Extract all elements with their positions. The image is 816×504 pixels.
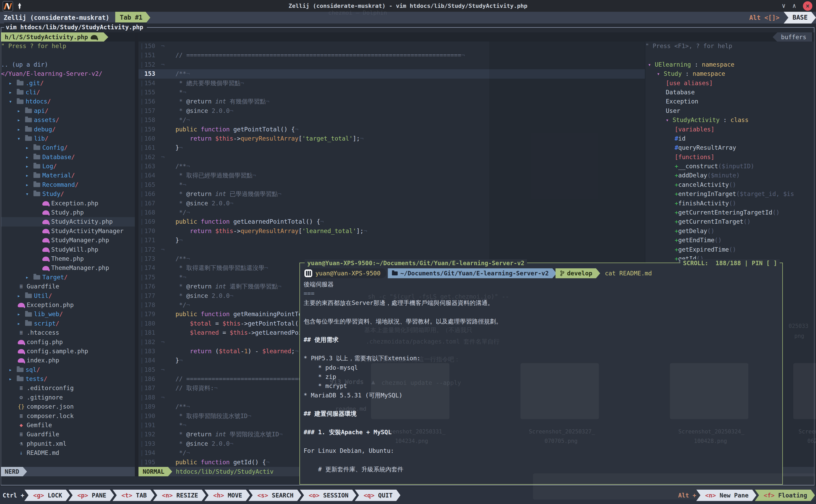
- tree-item[interactable]: ≣composer.lock: [1, 412, 135, 421]
- tag-item[interactable]: +getExpiredTime(): [645, 245, 814, 254]
- code-line[interactable]: |155 *¬: [138, 88, 645, 97]
- chevron-right-icon[interactable]: ▸: [26, 153, 33, 162]
- tree-item[interactable]: ◆Gemfile: [1, 421, 135, 430]
- code-line[interactable]: |164 * 取得已經學過幾個學習點¬: [138, 171, 645, 180]
- tag-item[interactable]: #queryResultArray: [645, 143, 814, 152]
- tag-item[interactable]: ▾UElearning : namespace: [645, 60, 814, 69]
- tag-item[interactable]: +getDelay(): [645, 227, 814, 236]
- key-hint-lock[interactable]: <g> LOCK: [24, 490, 70, 501]
- chevron-down-icon[interactable]: ▾: [666, 115, 673, 125]
- close-button[interactable]: ×: [803, 1, 812, 11]
- tag-item[interactable]: User: [645, 106, 814, 115]
- tag-item[interactable]: [variables]: [645, 125, 814, 134]
- tree-item[interactable]: config.sample.php: [1, 347, 135, 356]
- code-line[interactable]: |165 *¬: [138, 180, 645, 189]
- code-line[interactable]: |170 return $this->queryResultArray['lea…: [138, 227, 645, 236]
- tree-item[interactable]: ▾htdocs/: [1, 97, 135, 106]
- tree-item[interactable]: ▸tests/: [1, 374, 135, 384]
- code-line[interactable]: |153 /**¬: [138, 69, 645, 78]
- tree-item[interactable]: ▸Recommand/: [1, 180, 135, 189]
- code-line[interactable]: |167 * @since 2.0.0¬: [138, 199, 645, 208]
- chevron-right-icon[interactable]: ▸: [17, 310, 25, 319]
- tree-item[interactable]: ▸sql/: [1, 365, 135, 374]
- code-line[interactable]: |162¬: [138, 153, 645, 162]
- tree-item[interactable]: ▸lib_web/: [1, 310, 135, 319]
- tree-item[interactable]: ▸debug/: [1, 125, 135, 134]
- tag-item[interactable]: [functions]: [645, 153, 814, 162]
- tree-item[interactable]: ▸Database/: [1, 153, 135, 162]
- tree-item[interactable]: ⚗phpunit.xml: [1, 439, 135, 448]
- tree-item[interactable]: ▸Config/: [1, 143, 135, 152]
- code-line[interactable]: |158 */¬: [138, 115, 645, 125]
- tag-item[interactable]: +addDelay($minute): [645, 171, 814, 180]
- tag-item[interactable]: ▾StudyActivity : class: [645, 115, 814, 125]
- chevron-right-icon[interactable]: ▸: [9, 88, 17, 97]
- tree-item[interactable]: ▸Log/: [1, 162, 135, 171]
- code-line[interactable]: |150¬: [138, 42, 645, 51]
- tree-item[interactable]: ▸Material/: [1, 171, 135, 180]
- tree-item[interactable]: ▾Study/: [1, 189, 135, 199]
- tree-item[interactable]: Exception.php: [1, 199, 135, 208]
- chevron-right-icon[interactable]: ▸: [26, 162, 33, 171]
- tree-item[interactable]: ▸Util/: [1, 291, 135, 300]
- floating-terminal-pane[interactable]: yuan@Yuan-XPS-9500:~/Documents/Git/Yuan/…: [299, 263, 783, 485]
- tree-item[interactable]: StudyActivityManager: [1, 227, 135, 236]
- code-line[interactable]: |152¬: [138, 60, 645, 69]
- chevron-right-icon[interactable]: ▸: [9, 374, 17, 384]
- tag-item[interactable]: +cancelActivity(): [645, 180, 814, 189]
- tree-item[interactable]: index.php: [1, 356, 135, 365]
- tag-item[interactable]: Exception: [645, 97, 814, 106]
- code-line[interactable]: |154 * 總共要學幾個學習點¬: [138, 79, 645, 88]
- key-hint-move[interactable]: <h> MOVE: [204, 490, 250, 501]
- tag-item[interactable]: Database: [645, 88, 814, 97]
- tree-item[interactable]: config.php: [1, 338, 135, 347]
- chevron-right-icon[interactable]: ▸: [26, 171, 33, 180]
- tree-item[interactable]: ▸cli/: [1, 88, 135, 97]
- chevron-down-icon[interactable]: ▾: [648, 60, 655, 69]
- tree-item[interactable]: ▸api/: [1, 106, 135, 115]
- chevron-down-icon[interactable]: ▾: [657, 69, 664, 78]
- tree-item[interactable]: ▾lib/: [1, 134, 135, 143]
- tree-item[interactable]: ⚙.gitignore: [1, 393, 135, 402]
- code-line[interactable]: |159 public function getPointTotal() {¬: [138, 125, 645, 134]
- key-hint-resize[interactable]: <n> RESIZE: [153, 490, 206, 501]
- code-line[interactable]: |171 }¬: [138, 236, 645, 245]
- tree-root-path[interactable]: </Yuan/E-learning-Server-v2/: [1, 69, 135, 78]
- key-hint-search[interactable]: <s> SEARCH: [248, 490, 301, 501]
- code-line[interactable]: |169 public function getLearnedPointTota…: [138, 217, 645, 226]
- chevron-right-icon[interactable]: ▸: [26, 273, 33, 282]
- tree-item[interactable]: ▸assets/: [1, 115, 135, 125]
- chevron-right-icon[interactable]: ▸: [9, 365, 17, 374]
- tag-item[interactable]: +getCurrentInTarget(): [645, 217, 814, 226]
- tree-item[interactable]: ▸Target/: [1, 273, 135, 282]
- key-hint-quit[interactable]: <q> QUIT: [355, 490, 401, 501]
- key-hint-floating[interactable]: <f> Floating: [755, 490, 815, 501]
- code-line[interactable]: |161 }¬: [138, 143, 645, 152]
- tag-item[interactable]: ▾Study : namespace: [645, 69, 814, 78]
- chevron-down-icon[interactable]: ▾: [17, 134, 25, 143]
- tree-item[interactable]: ThemeManager.php: [1, 263, 135, 273]
- tree-item[interactable]: StudyManager.php: [1, 236, 135, 245]
- tree-item[interactable]: ≣.editorconfig: [1, 384, 135, 393]
- window-separator[interactable]: [135, 32, 138, 476]
- chevron-right-icon[interactable]: ▸: [26, 143, 33, 152]
- readme-output[interactable]: 後端伺服器===主要的東西都放在Server那邊，處理手機客戶端與伺服器資料的溝…: [304, 280, 780, 483]
- code-line[interactable]: |172¬: [138, 245, 645, 254]
- chevron-right-icon[interactable]: ▸: [17, 115, 25, 125]
- tree-item[interactable]: ▸.git/: [1, 79, 135, 88]
- nerdtree-panel[interactable]: " Press ? for help.. (up a dir)</Yuan/E-…: [1, 42, 135, 467]
- tag-item[interactable]: #id: [645, 134, 814, 143]
- chevron-right-icon[interactable]: ▸: [17, 319, 25, 328]
- code-line[interactable]: |166 * @return int 已學過幾個學習點¬: [138, 189, 645, 199]
- chevron-down-icon[interactable]: ▾: [9, 97, 17, 106]
- tree-item-selected[interactable]: StudyActivity.php: [1, 217, 135, 226]
- tag-item[interactable]: +enteringInTarget($target_id, $is: [645, 189, 814, 199]
- code-line[interactable]: |151 // ================================…: [138, 51, 645, 60]
- chevron-right-icon[interactable]: ▸: [26, 180, 33, 189]
- tree-item[interactable]: ≣Guardfile: [1, 430, 135, 439]
- tree-item[interactable]: {}composer.json: [1, 402, 135, 411]
- code-line[interactable]: |157 * @since 2.0.0¬: [138, 106, 645, 115]
- chevron-right-icon[interactable]: ▸: [17, 106, 25, 115]
- key-hint-new-pane[interactable]: <n> New Pane: [696, 490, 756, 501]
- tab-1[interactable]: Tab #1: [115, 12, 151, 24]
